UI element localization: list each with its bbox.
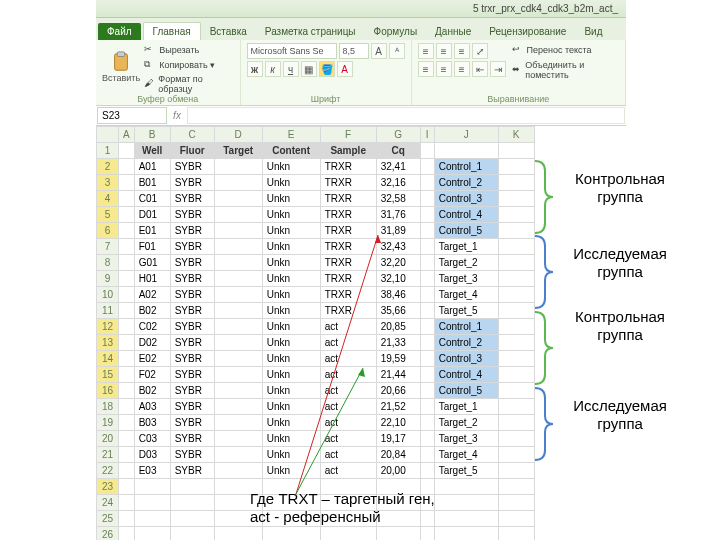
svg-line-2 xyxy=(296,235,378,494)
svg-marker-3 xyxy=(375,235,381,243)
annotation-overlay xyxy=(0,0,720,540)
